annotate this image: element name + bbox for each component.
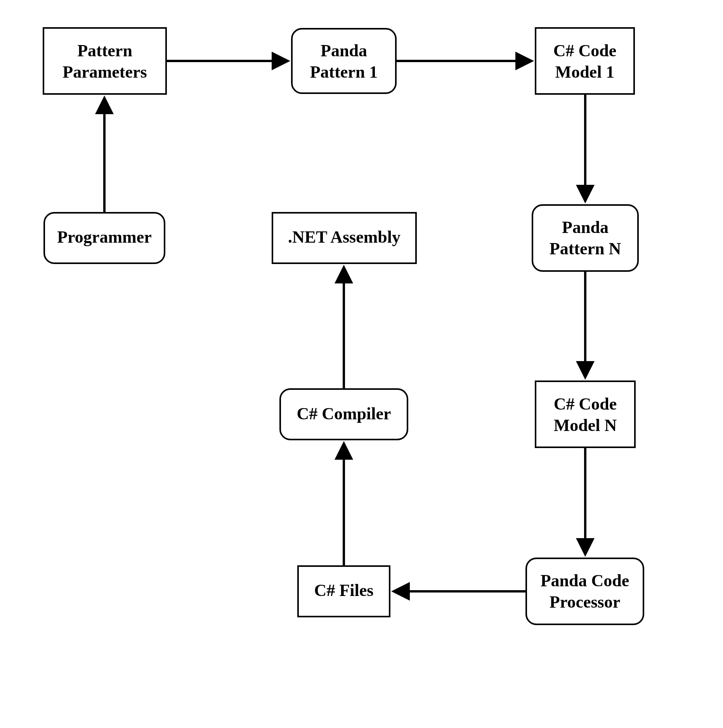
flow-diagram: Pattern Parameters Panda Pattern 1 C# Co… — [0, 0, 723, 728]
pattern-parameters-label-1: Pattern — [77, 41, 132, 60]
csharp-compiler-label: C# Compiler — [296, 404, 391, 423]
node-code-model-n: C# Code Model N — [536, 381, 635, 447]
pattern-parameters-label-2: Parameters — [62, 63, 147, 82]
panda-pattern-n-label-2: Pattern N — [550, 239, 621, 258]
code-processor-label-2: Processor — [550, 592, 620, 612]
panda-pattern-1-label-1: Panda — [321, 41, 367, 60]
panda-pattern-1-label-2: Pattern 1 — [310, 63, 378, 82]
node-programmer: Programmer — [44, 213, 165, 263]
node-csharp-compiler: C# Compiler — [280, 389, 407, 440]
node-panda-pattern-1: Panda Pattern 1 — [292, 29, 396, 93]
net-assembly-label: .NET Assembly — [288, 228, 401, 247]
code-model-1-label-2: Model 1 — [555, 63, 615, 82]
csharp-files-label: C# Files — [314, 581, 374, 600]
svg-rect-5 — [532, 205, 638, 271]
node-panda-pattern-n: Panda Pattern N — [532, 205, 638, 271]
node-code-model-1: C# Code Model 1 — [536, 28, 634, 94]
svg-rect-0 — [43, 28, 166, 94]
node-code-processor: Panda Code Processor — [526, 558, 643, 624]
svg-rect-1 — [292, 29, 396, 93]
code-model-n-label-2: Model N — [554, 416, 617, 435]
code-model-n-label-1: C# Code — [554, 394, 617, 414]
svg-rect-7 — [536, 381, 635, 447]
node-net-assembly: .NET Assembly — [272, 213, 416, 263]
programmer-label: Programmer — [57, 228, 152, 247]
code-model-1-label-1: C# Code — [553, 41, 617, 60]
code-processor-label-1: Panda Code — [541, 571, 629, 590]
svg-rect-2 — [536, 28, 634, 94]
node-csharp-files: C# Files — [298, 566, 390, 617]
svg-rect-9 — [526, 558, 643, 624]
node-pattern-parameters: Pattern Parameters — [43, 28, 166, 94]
panda-pattern-n-label-1: Panda — [562, 218, 609, 237]
